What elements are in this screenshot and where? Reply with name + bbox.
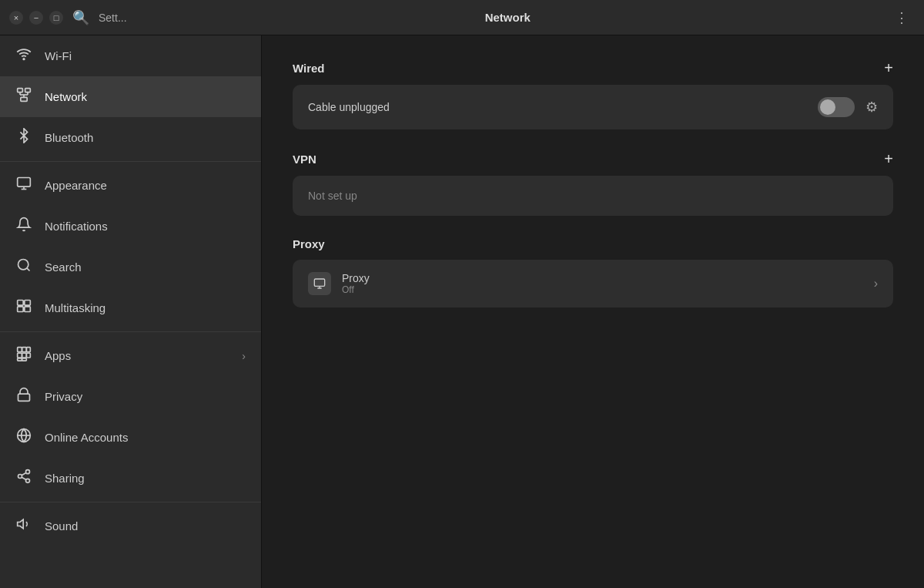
divider-3 (0, 502, 261, 502)
vpn-section-header: VPN + (293, 151, 893, 166)
titlebar-menu-button[interactable]: ⋮ (889, 6, 915, 29)
notifications-icon (15, 217, 32, 236)
maximize-button[interactable]: □ (49, 11, 63, 25)
proxy-section-header: Proxy (293, 237, 893, 250)
close-button[interactable]: × (9, 11, 23, 25)
svg-point-11 (18, 260, 28, 270)
minimize-button[interactable]: − (29, 11, 43, 25)
divider-1 (0, 161, 261, 162)
svg-rect-19 (26, 348, 30, 352)
svg-point-29 (18, 475, 22, 479)
vpn-add-button[interactable]: + (884, 151, 893, 166)
privacy-icon (15, 387, 32, 406)
sidebar-item-online-accounts-label: Online Accounts (45, 431, 246, 444)
sidebar-item-privacy[interactable]: Privacy (0, 376, 261, 417)
svg-rect-22 (26, 353, 30, 358)
sidebar-item-sharing[interactable]: Sharing (0, 458, 261, 499)
online-accounts-icon (15, 428, 32, 447)
divider-2 (0, 331, 261, 332)
sidebar-item-wifi-label: Wi-Fi (45, 49, 246, 62)
sidebar-item-notifications-label: Notifications (45, 220, 246, 233)
svg-rect-1 (18, 89, 23, 92)
svg-marker-33 (18, 519, 24, 529)
sidebar: Wi-Fi Network (0, 35, 262, 588)
wired-gear-button[interactable]: ⚙ (865, 99, 878, 116)
proxy-card: Proxy Off › (293, 260, 893, 307)
vpn-not-setup-label: Not set up (293, 176, 893, 216)
sidebar-item-sound[interactable]: Sound (0, 506, 261, 546)
sidebar-item-multitasking-label: Multitasking (45, 301, 246, 314)
svg-rect-21 (22, 353, 27, 358)
svg-rect-24 (22, 358, 27, 361)
proxy-text: Proxy Off (342, 272, 863, 295)
sidebar-item-sharing-label: Sharing (45, 472, 246, 485)
proxy-section-title: Proxy (293, 237, 325, 250)
sidebar-item-bluetooth-label: Bluetooth (45, 131, 246, 144)
wired-toggle[interactable] (818, 97, 855, 117)
search-icon (15, 257, 32, 277)
sidebar-item-apps-label: Apps (45, 349, 229, 362)
svg-point-28 (26, 470, 30, 474)
sidebar-item-network-label: Network (45, 90, 246, 103)
svg-line-12 (27, 268, 30, 271)
apps-chevron-icon: › (242, 350, 246, 362)
sidebar-item-notifications[interactable]: Notifications (0, 206, 261, 247)
proxy-chevron-icon: › (874, 277, 878, 291)
multitasking-icon (15, 298, 32, 318)
sharing-icon (15, 469, 32, 488)
proxy-name: Proxy (342, 272, 863, 284)
svg-rect-3 (21, 97, 27, 101)
svg-rect-13 (18, 301, 24, 306)
sidebar-item-appearance[interactable]: Appearance (0, 165, 261, 206)
titlebar-search-button[interactable]: 🔍 (69, 6, 92, 29)
sidebar-item-apps[interactable]: Apps › (0, 335, 261, 376)
svg-rect-18 (22, 348, 27, 352)
sidebar-item-wifi[interactable]: Wi-Fi (0, 35, 261, 76)
titlebar-appname: Sett... (99, 12, 127, 24)
wired-toggle-slider (818, 97, 855, 117)
content-area: Wired + Cable unplugged ⚙ VPN + Not set … (262, 35, 924, 588)
proxy-row[interactable]: Proxy Off › (293, 260, 893, 307)
bluetooth-icon (15, 128, 32, 147)
sidebar-item-search-label: Search (45, 260, 246, 274)
sidebar-item-online-accounts[interactable]: Online Accounts (0, 417, 261, 458)
svg-rect-8 (18, 178, 31, 187)
svg-rect-34 (314, 279, 324, 286)
cable-status-label: Cable unplugged (308, 101, 807, 113)
wifi-icon (15, 46, 32, 66)
main-layout: Wi-Fi Network (0, 35, 924, 588)
svg-rect-16 (25, 307, 31, 312)
sidebar-item-sound-label: Sound (45, 519, 246, 533)
svg-point-0 (23, 59, 25, 60)
window-controls: × − □ (9, 11, 63, 25)
proxy-status: Off (342, 284, 863, 295)
svg-point-30 (26, 479, 30, 482)
sidebar-item-multitasking[interactable]: Multitasking (0, 287, 261, 328)
svg-rect-17 (18, 348, 22, 352)
vpn-section-title: VPN (293, 153, 316, 166)
svg-rect-20 (18, 353, 22, 358)
sidebar-item-bluetooth[interactable]: Bluetooth (0, 117, 261, 158)
proxy-icon (308, 272, 331, 295)
sidebar-item-appearance-label: Appearance (45, 179, 246, 192)
svg-line-32 (22, 472, 26, 475)
wired-card: Cable unplugged ⚙ (293, 85, 893, 129)
wired-add-button[interactable]: + (884, 60, 893, 76)
titlebar-title: Network (127, 11, 889, 24)
wired-cable-row: Cable unplugged ⚙ (293, 85, 893, 129)
svg-rect-15 (18, 307, 24, 312)
vpn-card: Not set up (293, 176, 893, 216)
sidebar-item-network[interactable]: Network (0, 76, 261, 117)
wired-section-title: Wired (293, 62, 325, 75)
network-icon (15, 87, 32, 106)
wired-section-header: Wired + (293, 60, 893, 76)
svg-rect-2 (25, 89, 31, 92)
sound-icon (15, 516, 32, 536)
sidebar-item-privacy-label: Privacy (45, 390, 246, 403)
sidebar-item-search[interactable]: Search (0, 247, 261, 287)
svg-line-31 (22, 477, 26, 479)
titlebar: × − □ 🔍 Sett... Network ⋮ (0, 0, 924, 35)
apps-icon (15, 346, 32, 365)
svg-rect-14 (25, 301, 31, 306)
svg-rect-25 (18, 394, 30, 401)
